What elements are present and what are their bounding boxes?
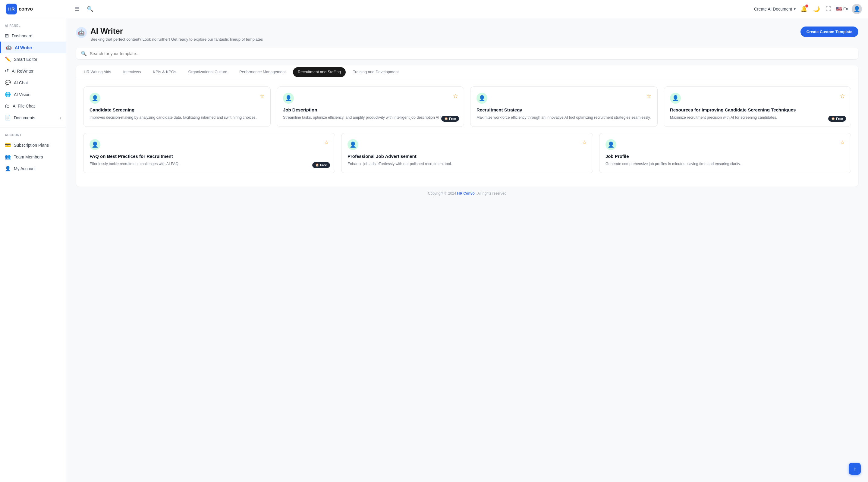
ai-writer-icon: 🤖 bbox=[6, 44, 12, 50]
free-label: Free bbox=[320, 163, 327, 167]
page-title: AI Writer bbox=[90, 27, 263, 36]
create-doc-label: Create AI Document bbox=[754, 7, 792, 11]
card-top: 👤 ☆ bbox=[670, 93, 845, 104]
tab-kpis[interactable]: KPIs & KPOs bbox=[147, 65, 181, 79]
sidebar-label-subscription: Subscription Plans bbox=[14, 143, 49, 148]
card-resources-screening[interactable]: 👤 ☆ Resources for Improving Candidate Sc… bbox=[664, 87, 851, 127]
card-icon: 👤 bbox=[90, 93, 100, 104]
card-title: Job Description bbox=[283, 107, 458, 113]
cards-row-1: 👤 ☆ Candidate Screening Improves decisio… bbox=[83, 87, 851, 127]
free-badge: 🏠 Free bbox=[312, 162, 330, 168]
card-icon: 👤 bbox=[670, 93, 681, 104]
create-doc-button[interactable]: Create AI Document ▾ bbox=[754, 7, 796, 11]
notification-bell-button[interactable]: 🔔 bbox=[799, 4, 808, 13]
card-title: Resources for Improving Candidate Screen… bbox=[670, 107, 845, 113]
menu-icon[interactable]: ☰ bbox=[73, 4, 81, 13]
search-input[interactable] bbox=[90, 51, 854, 56]
ai-writer-header-icon: 🤖 bbox=[76, 27, 87, 38]
tab-interviews[interactable]: Interviews bbox=[118, 65, 147, 79]
logo-icon: HR bbox=[6, 4, 17, 14]
logo[interactable]: HR convo bbox=[6, 4, 72, 14]
star-icon[interactable]: ☆ bbox=[259, 93, 264, 99]
sidebar-label-team: Team Members bbox=[14, 155, 43, 159]
page-subtitle: Seeking that perfect content? Look no fu… bbox=[90, 37, 263, 41]
free-label: Free bbox=[449, 117, 456, 121]
sidebar-label-my-account: My Account bbox=[14, 166, 36, 171]
team-icon: 👥 bbox=[5, 154, 11, 160]
scroll-top-button[interactable]: ↑ bbox=[849, 463, 861, 475]
sidebar-item-team-members[interactable]: 👥 Team Members bbox=[0, 151, 66, 163]
sidebar-item-ai-file-chat[interactable]: 🗂 AI File Chat bbox=[0, 100, 66, 112]
ai-chat-icon: 💬 bbox=[5, 80, 11, 86]
card-icon: 👤 bbox=[606, 139, 616, 150]
star-icon[interactable]: ☆ bbox=[453, 93, 458, 99]
card-job-profile[interactable]: 👤 ☆ Job Profile Generate comprehensive j… bbox=[599, 133, 851, 173]
tab-recruitment[interactable]: Recruitment and Staffing bbox=[293, 67, 346, 77]
star-icon[interactable]: ☆ bbox=[840, 93, 845, 99]
tab-org-culture[interactable]: Organizational Culture bbox=[183, 65, 233, 79]
free-badge: 🏠 Free bbox=[828, 116, 846, 122]
flag-icon: 🇺🇸 bbox=[836, 6, 842, 12]
card-job-description[interactable]: 👤 ☆ Job Description Streamline tasks, op… bbox=[277, 87, 464, 127]
free-label: Free bbox=[836, 117, 843, 121]
sidebar-item-my-account[interactable]: 👤 My Account bbox=[0, 163, 66, 174]
card-recruitment-strategy[interactable]: 👤 ☆ Recruitment Strategy Maximize workfo… bbox=[470, 87, 658, 127]
sidebar-item-dashboard[interactable]: ⊞ Dashboard bbox=[0, 30, 66, 41]
tabs-bar: HR Writing Aids Interviews KPIs & KPOs O… bbox=[76, 65, 858, 79]
tab-hr-writing[interactable]: HR Writing Aids bbox=[79, 65, 117, 79]
card-top: 👤 ☆ bbox=[283, 93, 458, 104]
card-top: 👤 ☆ bbox=[90, 139, 329, 150]
card-desc: Maximize recruitment precision with AI f… bbox=[670, 115, 845, 121]
free-badge: 🏠 Free bbox=[441, 116, 459, 122]
card-candidate-screening[interactable]: 👤 ☆ Candidate Screening Improves decisio… bbox=[83, 87, 271, 127]
title-area: 🤖 AI Writer Seeking that perfect content… bbox=[76, 27, 263, 41]
sidebar-label-ai-chat: AI Chat bbox=[14, 81, 28, 85]
card-faq-recruitment[interactable]: 👤 ☆ FAQ on Best Practices for Recruitmen… bbox=[83, 133, 335, 173]
footer-brand-link[interactable]: HR Convo bbox=[457, 191, 475, 195]
card-title: FAQ on Best Practices for Recruitment bbox=[90, 154, 329, 159]
avatar[interactable]: 👤 bbox=[852, 4, 862, 14]
nav-right: Create AI Document ▾ 🔔 🌙 ⛶ 🇺🇸 En 👤 bbox=[754, 4, 862, 14]
sidebar-item-smart-editor[interactable]: ✏️ Smart Editor bbox=[0, 53, 66, 65]
sidebar-item-ai-chat[interactable]: 💬 AI Chat bbox=[0, 77, 66, 89]
sidebar-divider bbox=[0, 127, 66, 127]
card-title: Professional Job Advertisement bbox=[347, 154, 587, 159]
tab-training[interactable]: Training and Development bbox=[347, 65, 404, 79]
card-desc: Improves decision-making by analyzing ca… bbox=[90, 115, 264, 121]
sidebar-item-ai-writer[interactable]: 🤖 AI Writer bbox=[0, 41, 66, 53]
fullscreen-button[interactable]: ⛶ bbox=[825, 4, 832, 13]
nav-icons-left: ☰ 🔍 bbox=[73, 4, 95, 13]
create-custom-template-button[interactable]: Create Custom Template bbox=[801, 27, 858, 37]
sidebar-label-smart-editor: Smart Editor bbox=[14, 57, 37, 62]
title-text-area: AI Writer Seeking that perfect content? … bbox=[90, 27, 263, 41]
topnav: HR convo ☰ 🔍 Create AI Document ▾ 🔔 🌙 ⛶ … bbox=[0, 0, 868, 18]
ai-file-chat-icon: 🗂 bbox=[5, 103, 10, 109]
sidebar-item-ai-vision[interactable]: 🌐 AI Vision bbox=[0, 89, 66, 100]
ai-vision-icon: 🌐 bbox=[5, 92, 11, 97]
language-selector[interactable]: 🇺🇸 En bbox=[836, 6, 848, 12]
sidebar-item-documents[interactable]: 📄 Documents › bbox=[0, 112, 66, 124]
sidebar-item-ai-rewriter[interactable]: ↺ AI ReWriter bbox=[0, 65, 66, 77]
star-icon[interactable]: ☆ bbox=[582, 139, 587, 146]
dark-mode-button[interactable]: 🌙 bbox=[812, 4, 821, 13]
tab-perf-mgmt[interactable]: Performance Management bbox=[234, 65, 291, 79]
subscription-icon: 💳 bbox=[5, 142, 11, 148]
ai-rewriter-icon: ↺ bbox=[5, 68, 9, 74]
sidebar-label-ai-vision: AI Vision bbox=[14, 92, 30, 97]
account-label: ACCOUNT bbox=[0, 131, 66, 139]
star-icon[interactable]: ☆ bbox=[840, 139, 845, 146]
house-icon: 🏠 bbox=[444, 117, 448, 120]
sidebar-item-subscription[interactable]: 💳 Subscription Plans bbox=[0, 139, 66, 151]
card-professional-job-ad[interactable]: 👤 ☆ Professional Job Advertisement Enhan… bbox=[341, 133, 593, 173]
house-icon: 🏠 bbox=[831, 117, 835, 120]
star-icon[interactable]: ☆ bbox=[324, 139, 329, 146]
card-title: Recruitment Strategy bbox=[476, 107, 651, 113]
search-icon[interactable]: 🔍 bbox=[86, 4, 95, 13]
star-icon[interactable]: ☆ bbox=[647, 93, 651, 99]
card-icon: 👤 bbox=[90, 139, 100, 150]
smart-editor-icon: ✏️ bbox=[5, 56, 11, 62]
search-bar: 🔍 bbox=[76, 47, 858, 59]
card-icon: 👤 bbox=[476, 93, 487, 104]
card-desc: Enhance job ads effortlessly with our po… bbox=[347, 161, 587, 167]
my-account-icon: 👤 bbox=[5, 166, 11, 171]
